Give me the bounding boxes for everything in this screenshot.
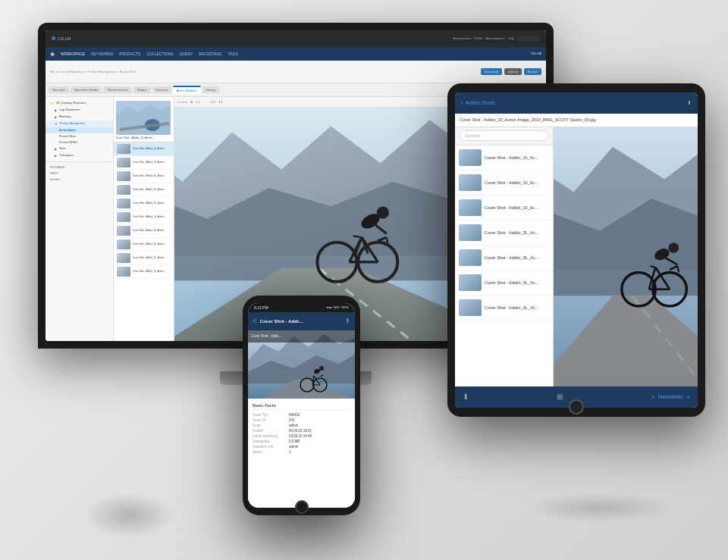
nav-keywords[interactable]: KEYWORDS (91, 52, 113, 56)
tablet-frame: ‹ Action Shots ⬆ Cover Shot - Addict_10_… (447, 83, 705, 417)
phone-asset-type-value: IMAGE (289, 413, 300, 417)
nav-workspace[interactable]: WORKSPACE (61, 52, 85, 56)
file-item-6[interactable]: Cover Shot - Addict_10_Action... (114, 224, 174, 238)
tab-file-info[interactable]: File Information (103, 86, 132, 93)
phone-time: 6:21 PM (254, 305, 268, 310)
phone-info: Basic Facts Asset Typ: IMAGE Asset ID: 2… (248, 399, 355, 508)
tablet-grid-icon[interactable]: ⊞ (557, 393, 563, 401)
file-item-0[interactable]: Cover Shot - Addict_10_Action... (114, 142, 174, 156)
phone-preview-area: Cover Shot - Addc... (248, 330, 355, 399)
tablet-search-input[interactable]: Suchen (460, 130, 548, 141)
preview-toolbar: Current ⊞ 1:1 ←→ 1/21 ⛶ (174, 97, 463, 108)
tablet-file-item-6[interactable]: Cover Shot - Addict_SL_Ac... (455, 296, 553, 321)
sidebar-item-inbox[interactable]: INBOX (46, 171, 113, 177)
tablet-file-item-0[interactable]: Cover Shot - Addict_10_Ac... (455, 145, 553, 171)
file-item-3[interactable]: Cover Shot - Addict_SL_Action... (114, 183, 174, 197)
phone-modified-label: Letzte Änderung: (253, 434, 287, 438)
tablet-download-icon[interactable]: ⬇ (463, 393, 469, 401)
phone-changedby-value: admin (289, 445, 298, 449)
sidebar-item-product-shots[interactable]: Product Shots (46, 133, 113, 139)
tab-versions[interactable]: Versions (152, 86, 171, 93)
tablet-file-item-4[interactable]: Cover Shot - Addict_SL_Ac... (455, 246, 553, 271)
nav-tags[interactable]: TAGS (228, 52, 238, 56)
file-item-8[interactable]: Cover Shot - Addict_SL_Action... (114, 252, 174, 265)
tablet-body: Suchen Cover Shot - Addict_10_Ac... Cove… (455, 127, 698, 386)
phone-preview-title: Cover Shot - Addc... (251, 334, 281, 338)
sidebar-item-exchange[interactable]: EXCHANGE (46, 164, 113, 171)
upload-btn[interactable]: Upload (504, 68, 522, 75)
tablet-back-btn[interactable]: ‹ Action Shots (461, 99, 495, 106)
phone-title: Cover Shot - Addc... (260, 319, 303, 324)
file-item-4[interactable]: Cover Shot - Addict_SL_Action... (114, 197, 174, 211)
file-list: Cover Shot - Addict_10_Action... Cover S… (114, 97, 174, 341)
sidebar-item-logo[interactable]: ▶ Logo Department (46, 107, 113, 114)
tablet-preview-title-bar: Cover Shot - Addict_10_Action Image_2014… (455, 114, 698, 127)
tablet-screen: ‹ Action Shots ⬆ Cover Shot - Addict_10_… (455, 92, 698, 408)
tablet-metadata-btn[interactable]: ∧ Metadaten ∧ (651, 394, 690, 400)
file-item-7[interactable]: Cover Shot - Addict_SL_Action... (114, 238, 174, 252)
toolbar: XS_Company Repository > Product Manageme… (46, 61, 546, 83)
sidebar-item-root[interactable]: 📁 XS_Company Repository (46, 100, 113, 107)
phone-device: 6:21 PM ●●● WiFi 100% < Cover Shot - Add… (243, 296, 360, 515)
file-item-2[interactable]: Cover Shot - Addict_SL_Action... (114, 170, 174, 183)
tablet-preview-title: Cover Shot - Addict_10_Action Image_2014… (460, 117, 596, 122)
tablet-device: ‹ Action Shots ⬆ Cover Shot - Addict_10_… (447, 83, 705, 417)
browse-btn[interactable]: Browse (524, 68, 541, 75)
sidebar-item-sales[interactable]: ▶ Sales (46, 145, 113, 152)
phone-share-icon[interactable]: ⬆ (345, 318, 350, 324)
phone-filesize-label: Dateigröße: (253, 440, 287, 443)
phone-changedby-label: Geändert von: (253, 445, 287, 449)
tablet-file-item-1[interactable]: Cover Shot - Addict_10_Ac... (455, 171, 553, 196)
phone-changedby-row: Geändert von: admin (253, 445, 350, 449)
nav-query[interactable]: QUERY (180, 52, 193, 56)
tablet-preview (554, 127, 698, 386)
tab-history[interactable]: History (202, 86, 219, 93)
sidebar-item-sandbox[interactable]: Sandbox (46, 177, 113, 183)
tablet-search-bar: Suchen (455, 127, 553, 145)
file-item-9[interactable]: Cover Shot - Addict_10_Action... (114, 265, 174, 279)
tab-stages[interactable]: Stages (133, 86, 150, 93)
phone-created-row: Erstellt: 05.03.15 16:01 (253, 429, 350, 433)
nav-home[interactable]: 🏠 (50, 52, 55, 56)
phone-back-btn[interactable]: < (253, 317, 257, 325)
sidebar-item-action-shots[interactable]: Action Shots (46, 127, 113, 133)
phone-created-label: Erstellt: (253, 429, 287, 433)
phone-home-button[interactable] (295, 500, 309, 514)
main-nav[interactable]: 🏠 WORKSPACE KEYWORDS PRODUCTS COLLECTION… (46, 47, 546, 61)
sidebar-item-product-mgmt[interactable]: ▼ Product Management (46, 120, 113, 127)
sidebar-item-tech[interactable]: ▶ Tech papers (46, 152, 113, 159)
tab-action-relation[interactable]: Action Relation (173, 86, 201, 94)
download-btn[interactable]: Download (481, 68, 502, 75)
phone-filesize-row: Dateigröße: 9,5 MB (253, 440, 350, 443)
phone-header: < Cover Shot - Addc... ⬆ (248, 312, 355, 330)
nav-collections[interactable]: COLLECTIONS (146, 52, 173, 56)
nav-backstage[interactable]: BACKSTAGE (199, 52, 221, 56)
phone-asset-id-label: Asset ID: (253, 418, 287, 422)
celum-logo: CELUM (531, 52, 541, 55)
tablet-file-item-3[interactable]: Cover Shot - Addict_SL_Ac... (455, 221, 553, 246)
sidebar-item-product-video[interactable]: Product VIDEO (46, 139, 113, 145)
sidebar-item-marketing[interactable]: ▶ Marketing (46, 114, 113, 120)
tablet-home-button[interactable] (569, 399, 584, 415)
tablet-file-item-2[interactable]: Cover Shot - Addict_10_Ac... (455, 196, 553, 221)
main-scene: CELUM Administrator Profile Administrati… (23, 23, 705, 538)
breadcrumb: XS_Company Repository > Product Manageme… (50, 70, 137, 74)
tab-overview[interactable]: Overview (49, 86, 69, 93)
file-item-1[interactable]: Cover Shot - Addict_10_Action... (114, 156, 174, 170)
svg-point-50 (319, 366, 324, 371)
svg-line-17 (353, 236, 362, 237)
shadow-decoration-left (83, 493, 174, 538)
phone-created-value: 05.03.15 16:01 (289, 429, 312, 433)
nav-products[interactable]: PRODUCTS (119, 52, 140, 56)
tablet-file-item-5[interactable]: Cover Shot - Addict_SL_Ac... (455, 271, 553, 296)
tablet-preview-image (554, 127, 698, 386)
phone-author-label: Autor: (253, 424, 287, 427)
phone-asset-id-row: Asset ID: 241 (253, 418, 350, 422)
phone-pages-value: 1 (289, 450, 291, 454)
file-item-5[interactable]: Cover Shot - Addict_10_Action... (114, 211, 174, 224)
phone-author-row: Autor: admin (253, 424, 350, 427)
tablet-file-list: Suchen Cover Shot - Addict_10_Ac... Cove… (455, 127, 554, 386)
tab-info-fields[interactable]: Information Fields (71, 86, 102, 93)
phone-status-bar: 6:21 PM ●●● WiFi 100% (248, 303, 355, 312)
phone-modified-value: 04.03.15 14:48 (289, 434, 312, 438)
